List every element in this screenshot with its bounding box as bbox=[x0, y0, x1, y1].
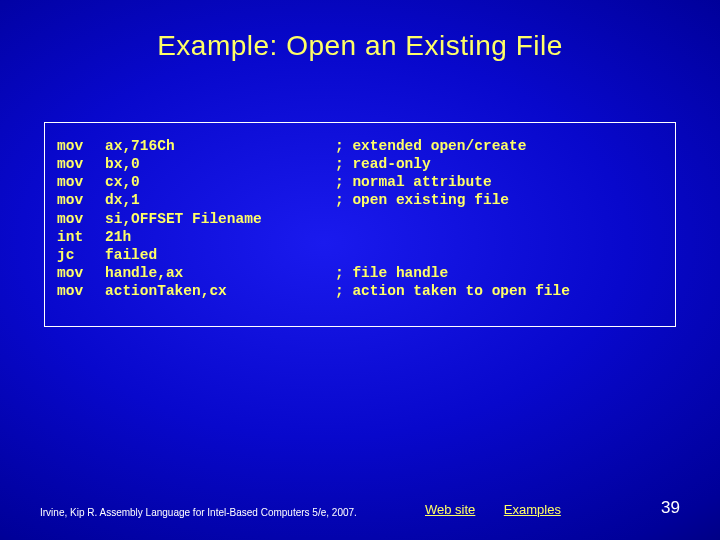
code-line: int21h bbox=[57, 228, 663, 246]
slide-title: Example: Open an Existing File bbox=[0, 0, 720, 62]
code-line: movax,716Ch; extended open/create bbox=[57, 137, 663, 155]
code-box: movax,716Ch; extended open/create movbx,… bbox=[44, 122, 676, 327]
code-comment: ; open existing file bbox=[335, 191, 509, 209]
code-args: 21h bbox=[105, 228, 335, 246]
code-args: cx,0 bbox=[105, 173, 335, 191]
code-comment: ; file handle bbox=[335, 264, 448, 282]
code-args: dx,1 bbox=[105, 191, 335, 209]
code-inst: mov bbox=[57, 191, 105, 209]
code-args: actionTaken,cx bbox=[105, 282, 335, 300]
examples-link[interactable]: Examples bbox=[504, 502, 561, 517]
code-args: failed bbox=[105, 246, 335, 264]
code-line: movcx,0; normal attribute bbox=[57, 173, 663, 191]
code-comment: ; action taken to open file bbox=[335, 282, 570, 300]
code-inst: mov bbox=[57, 137, 105, 155]
code-inst: mov bbox=[57, 173, 105, 191]
page-number: 39 bbox=[661, 498, 680, 518]
code-inst: mov bbox=[57, 155, 105, 173]
code-inst: mov bbox=[57, 210, 105, 228]
code-line: movactionTaken,cx; action taken to open … bbox=[57, 282, 663, 300]
website-link[interactable]: Web site bbox=[425, 502, 475, 517]
code-line: movdx,1; open existing file bbox=[57, 191, 663, 209]
code-comment: ; read-only bbox=[335, 155, 431, 173]
citation-text: Irvine, Kip R. Assembly Language for Int… bbox=[0, 507, 357, 518]
code-inst: jc bbox=[57, 246, 105, 264]
code-inst: int bbox=[57, 228, 105, 246]
code-args: handle,ax bbox=[105, 264, 335, 282]
code-line: movsi,OFFSET Filename bbox=[57, 210, 663, 228]
code-line: movhandle,ax; file handle bbox=[57, 264, 663, 282]
code-line: movbx,0; read-only bbox=[57, 155, 663, 173]
code-inst: mov bbox=[57, 282, 105, 300]
footer-links: Web site Examples bbox=[425, 500, 585, 518]
code-comment: ; extended open/create bbox=[335, 137, 526, 155]
code-comment: ; normal attribute bbox=[335, 173, 492, 191]
code-args: bx,0 bbox=[105, 155, 335, 173]
code-inst: mov bbox=[57, 264, 105, 282]
code-args: si,OFFSET Filename bbox=[105, 210, 335, 228]
code-line: jcfailed bbox=[57, 246, 663, 264]
code-args: ax,716Ch bbox=[105, 137, 335, 155]
footer: Irvine, Kip R. Assembly Language for Int… bbox=[0, 507, 720, 518]
